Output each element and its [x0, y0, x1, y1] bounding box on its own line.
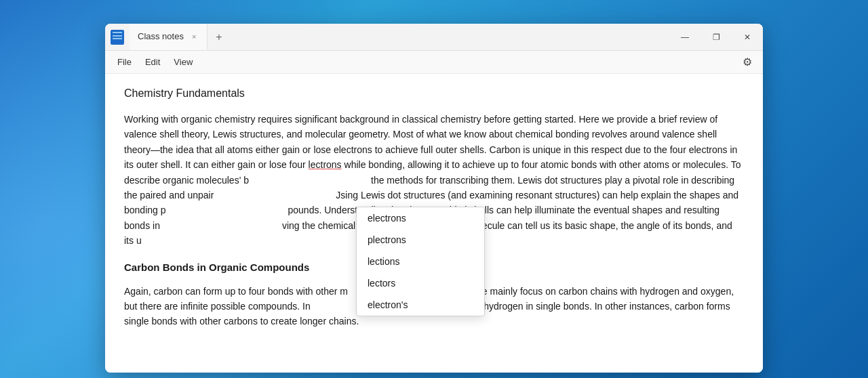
- tabs-area: Class notes × +: [130, 24, 669, 50]
- tab-label: Class notes: [138, 31, 184, 41]
- autocomplete-dropdown: electrons plectrons lections lectors ele…: [356, 207, 485, 316]
- app-icon: [105, 24, 130, 51]
- autocomplete-item-lectors[interactable]: lectors: [357, 272, 484, 294]
- close-button[interactable]: ✕: [732, 24, 763, 51]
- app-window: Class notes × + — ❐ ✕ File Edit View ⚙ C…: [105, 24, 763, 373]
- document-title: Chemistry Fundamentals: [124, 87, 744, 100]
- edit-menu[interactable]: Edit: [138, 54, 167, 70]
- tab-close-button[interactable]: ×: [189, 31, 199, 42]
- content-area: Chemistry Fundamentals Working with orga…: [105, 74, 763, 373]
- autocomplete-item-electrons[interactable]: electrons: [357, 207, 484, 229]
- maximize-button[interactable]: ❐: [701, 24, 732, 51]
- tab-class-notes[interactable]: Class notes ×: [130, 24, 208, 50]
- view-menu[interactable]: View: [167, 54, 199, 70]
- window-controls: — ❐ ✕: [669, 24, 763, 50]
- file-menu[interactable]: File: [111, 54, 138, 70]
- new-tab-button[interactable]: +: [208, 31, 230, 43]
- minimize-button[interactable]: —: [669, 24, 701, 51]
- menu-bar: File Edit View ⚙: [105, 51, 763, 74]
- autocomplete-item-plectrons[interactable]: plectrons: [357, 229, 484, 251]
- misspelled-word: lectrons: [309, 159, 342, 170]
- title-bar: Class notes × + — ❐ ✕: [105, 24, 763, 51]
- settings-button[interactable]: ⚙: [737, 52, 757, 72]
- autocomplete-item-electrons-possessive[interactable]: electron's: [357, 294, 484, 316]
- autocomplete-item-lections[interactable]: lections: [357, 251, 484, 272]
